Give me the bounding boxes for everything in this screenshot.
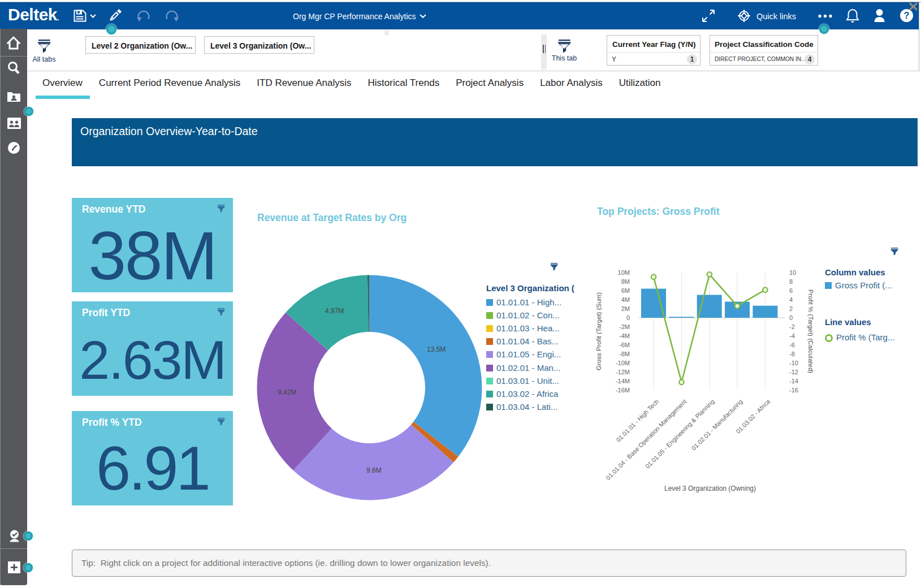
svg-text:?: ? bbox=[904, 11, 910, 20]
